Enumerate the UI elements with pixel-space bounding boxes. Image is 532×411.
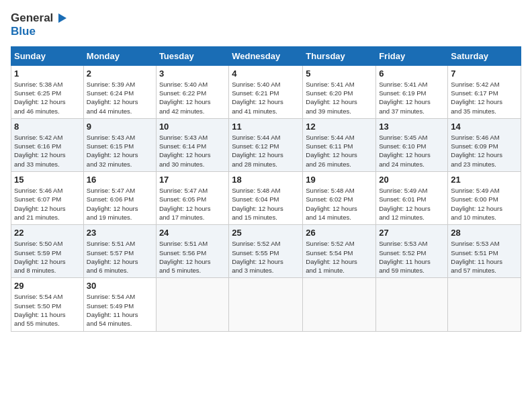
calendar-cell: 7Sunrise: 5:42 AM Sunset: 6:17 PM Daylig…: [448, 65, 521, 118]
day-info: Sunrise: 5:44 AM Sunset: 6:11 PM Dayligh…: [306, 133, 373, 169]
calendar-cell: 9Sunrise: 5:43 AM Sunset: 6:15 PM Daylig…: [83, 118, 156, 171]
calendar-cell: 2Sunrise: 5:39 AM Sunset: 6:24 PM Daylig…: [83, 65, 156, 118]
calendar-cell: [229, 278, 303, 331]
day-number: 10: [159, 122, 226, 132]
col-header-friday: Friday: [376, 46, 448, 65]
calendar-cell: 1Sunrise: 5:38 AM Sunset: 6:25 PM Daylig…: [11, 65, 84, 118]
day-info: Sunrise: 5:41 AM Sunset: 6:19 PM Dayligh…: [379, 80, 445, 116]
page-header: General Blue: [11, 11, 521, 38]
day-number: 23: [87, 228, 153, 238]
day-number: 12: [306, 122, 373, 132]
col-header-saturday: Saturday: [448, 46, 521, 65]
calendar-cell: 30Sunrise: 5:54 AM Sunset: 5:49 PM Dayli…: [83, 278, 156, 331]
day-number: 20: [379, 175, 445, 185]
svg-marker-0: [58, 13, 66, 23]
logo-arrow-icon: [54, 11, 69, 26]
day-info: Sunrise: 5:46 AM Sunset: 6:07 PM Dayligh…: [14, 186, 81, 222]
calendar-cell: 6Sunrise: 5:41 AM Sunset: 6:19 PM Daylig…: [376, 65, 448, 118]
day-info: Sunrise: 5:40 AM Sunset: 6:21 PM Dayligh…: [232, 80, 300, 116]
col-header-thursday: Thursday: [303, 46, 376, 65]
day-info: Sunrise: 5:54 AM Sunset: 5:49 PM Dayligh…: [87, 292, 153, 328]
day-number: 27: [379, 228, 445, 238]
calendar-cell: 24Sunrise: 5:51 AM Sunset: 5:56 PM Dayli…: [156, 225, 228, 278]
day-number: 18: [232, 175, 300, 185]
col-header-tuesday: Tuesday: [156, 46, 228, 65]
calendar-cell: [376, 278, 448, 331]
logo: General Blue: [11, 11, 69, 38]
calendar-cell: 13Sunrise: 5:45 AM Sunset: 6:10 PM Dayli…: [376, 118, 448, 171]
day-info: Sunrise: 5:42 AM Sunset: 6:17 PM Dayligh…: [451, 80, 518, 116]
logo-text: General Blue: [11, 11, 69, 38]
day-info: Sunrise: 5:44 AM Sunset: 6:12 PM Dayligh…: [232, 133, 300, 169]
calendar-cell: 29Sunrise: 5:54 AM Sunset: 5:50 PM Dayli…: [11, 278, 84, 331]
calendar-cell: 3Sunrise: 5:40 AM Sunset: 6:22 PM Daylig…: [156, 65, 228, 118]
day-number: 16: [87, 175, 153, 185]
calendar-table: SundayMondayTuesdayWednesdayThursdayFrid…: [11, 46, 521, 332]
day-info: Sunrise: 5:47 AM Sunset: 6:06 PM Dayligh…: [87, 186, 153, 222]
day-number: 2: [87, 68, 153, 79]
day-info: Sunrise: 5:54 AM Sunset: 5:50 PM Dayligh…: [14, 292, 81, 328]
calendar-cell: 19Sunrise: 5:48 AM Sunset: 6:02 PM Dayli…: [303, 172, 376, 225]
day-number: 6: [379, 68, 445, 79]
calendar-cell: 23Sunrise: 5:51 AM Sunset: 5:57 PM Dayli…: [83, 225, 156, 278]
day-number: 24: [159, 228, 226, 238]
calendar-cell: [156, 278, 228, 331]
calendar-cell: 15Sunrise: 5:46 AM Sunset: 6:07 PM Dayli…: [11, 172, 84, 225]
day-info: Sunrise: 5:43 AM Sunset: 6:14 PM Dayligh…: [159, 133, 226, 169]
day-number: 19: [306, 175, 373, 185]
calendar-cell: 11Sunrise: 5:44 AM Sunset: 6:12 PM Dayli…: [229, 118, 303, 171]
day-number: 7: [451, 68, 518, 79]
calendar-cell: 22Sunrise: 5:50 AM Sunset: 5:59 PM Dayli…: [11, 225, 84, 278]
calendar-cell: 20Sunrise: 5:49 AM Sunset: 6:01 PM Dayli…: [376, 172, 448, 225]
day-info: Sunrise: 5:39 AM Sunset: 6:24 PM Dayligh…: [87, 80, 153, 116]
day-number: 4: [232, 68, 300, 79]
day-info: Sunrise: 5:52 AM Sunset: 5:54 PM Dayligh…: [306, 239, 373, 275]
col-header-wednesday: Wednesday: [229, 46, 303, 65]
day-number: 3: [159, 68, 226, 79]
day-number: 9: [87, 122, 153, 132]
day-info: Sunrise: 5:49 AM Sunset: 6:00 PM Dayligh…: [451, 186, 518, 222]
calendar-cell: 8Sunrise: 5:42 AM Sunset: 6:16 PM Daylig…: [11, 118, 84, 171]
day-info: Sunrise: 5:50 AM Sunset: 5:59 PM Dayligh…: [14, 239, 81, 275]
calendar-cell: 4Sunrise: 5:40 AM Sunset: 6:21 PM Daylig…: [229, 65, 303, 118]
calendar-cell: 21Sunrise: 5:49 AM Sunset: 6:00 PM Dayli…: [448, 172, 521, 225]
day-number: 29: [14, 281, 81, 291]
day-number: 15: [14, 175, 81, 185]
day-info: Sunrise: 5:47 AM Sunset: 6:05 PM Dayligh…: [159, 186, 226, 222]
day-info: Sunrise: 5:41 AM Sunset: 6:20 PM Dayligh…: [306, 80, 373, 116]
calendar-cell: 16Sunrise: 5:47 AM Sunset: 6:06 PM Dayli…: [83, 172, 156, 225]
calendar-cell: [303, 278, 376, 331]
day-number: 14: [451, 122, 518, 132]
calendar-cell: 28Sunrise: 5:53 AM Sunset: 5:51 PM Dayli…: [448, 225, 521, 278]
calendar-cell: 17Sunrise: 5:47 AM Sunset: 6:05 PM Dayli…: [156, 172, 228, 225]
day-info: Sunrise: 5:42 AM Sunset: 6:16 PM Dayligh…: [14, 133, 81, 169]
day-number: 1: [14, 68, 81, 79]
calendar-cell: 14Sunrise: 5:46 AM Sunset: 6:09 PM Dayli…: [448, 118, 521, 171]
logo-general: General: [11, 12, 53, 25]
day-info: Sunrise: 5:48 AM Sunset: 6:02 PM Dayligh…: [306, 186, 373, 222]
day-info: Sunrise: 5:46 AM Sunset: 6:09 PM Dayligh…: [451, 133, 518, 169]
day-info: Sunrise: 5:52 AM Sunset: 5:55 PM Dayligh…: [232, 239, 300, 275]
day-info: Sunrise: 5:48 AM Sunset: 6:04 PM Dayligh…: [232, 186, 300, 222]
day-number: 22: [14, 228, 81, 238]
day-info: Sunrise: 5:38 AM Sunset: 6:25 PM Dayligh…: [14, 80, 81, 116]
day-info: Sunrise: 5:49 AM Sunset: 6:01 PM Dayligh…: [379, 186, 445, 222]
col-header-sunday: Sunday: [11, 46, 84, 65]
calendar-cell: 12Sunrise: 5:44 AM Sunset: 6:11 PM Dayli…: [303, 118, 376, 171]
day-number: 21: [451, 175, 518, 185]
day-number: 5: [306, 68, 373, 79]
day-info: Sunrise: 5:53 AM Sunset: 5:52 PM Dayligh…: [379, 239, 445, 275]
day-info: Sunrise: 5:45 AM Sunset: 6:10 PM Dayligh…: [379, 133, 445, 169]
day-number: 17: [159, 175, 226, 185]
day-info: Sunrise: 5:51 AM Sunset: 5:57 PM Dayligh…: [87, 239, 153, 275]
day-number: 8: [14, 122, 81, 132]
day-info: Sunrise: 5:51 AM Sunset: 5:56 PM Dayligh…: [159, 239, 226, 275]
day-info: Sunrise: 5:43 AM Sunset: 6:15 PM Dayligh…: [87, 133, 153, 169]
day-number: 13: [379, 122, 445, 132]
day-number: 30: [87, 281, 153, 291]
calendar-cell: 26Sunrise: 5:52 AM Sunset: 5:54 PM Dayli…: [303, 225, 376, 278]
day-number: 25: [232, 228, 300, 238]
day-info: Sunrise: 5:40 AM Sunset: 6:22 PM Dayligh…: [159, 80, 226, 116]
calendar-cell: 18Sunrise: 5:48 AM Sunset: 6:04 PM Dayli…: [229, 172, 303, 225]
calendar-cell: 10Sunrise: 5:43 AM Sunset: 6:14 PM Dayli…: [156, 118, 228, 171]
